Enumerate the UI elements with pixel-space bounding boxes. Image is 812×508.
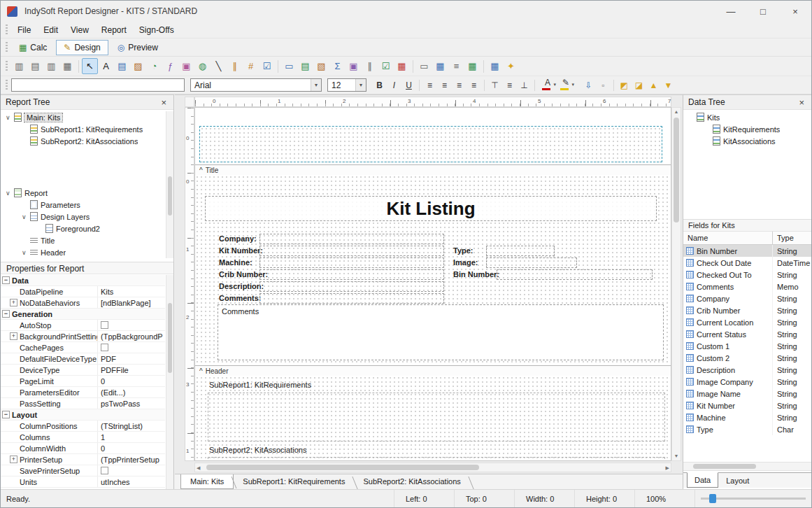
expander-icon[interactable]: [10, 355, 17, 362]
property-value[interactable]: 0: [97, 443, 165, 453]
tree-item[interactable]: ∨ Design Layers: [1, 211, 165, 223]
underline-button[interactable]: U: [401, 78, 416, 92]
valign-bottom-button[interactable]: ⊥: [517, 78, 532, 92]
expander-icon[interactable]: −: [2, 310, 10, 318]
tree-item[interactable]: Parameters: [1, 199, 165, 211]
property-value[interactable]: [97, 342, 165, 353]
expander-icon[interactable]: [10, 444, 17, 452]
field-table-row[interactable]: Current Location String: [683, 316, 811, 328]
expander-icon[interactable]: [10, 321, 17, 329]
menu-item-view[interactable]: View: [64, 22, 95, 38]
field-table-row[interactable]: Description String: [683, 364, 811, 376]
field-label[interactable]: Description:: [219, 282, 264, 290]
close-icon[interactable]: ×: [159, 97, 169, 108]
menu-item-file[interactable]: File: [11, 22, 37, 38]
property-value[interactable]: (TStringList): [97, 421, 165, 431]
field-value-box[interactable]: [486, 257, 577, 268]
tab-design[interactable]: ✎ Design: [56, 40, 108, 55]
highlight-color-button[interactable]: ✎ ▾: [557, 78, 574, 92]
dbtext-tool-icon[interactable]: ▭: [281, 58, 297, 74]
field-table-row[interactable]: Check Out Date DateTime: [683, 257, 811, 269]
dbbarcode-tool-icon[interactable]: ∥: [362, 58, 378, 74]
report-page-tab[interactable]: SubReport1: KitRequirements: [234, 474, 354, 489]
label-tool-icon[interactable]: A: [98, 58, 114, 74]
tree-item[interactable]: Foreground2: [1, 223, 165, 234]
tree-item[interactable]: ∨ Main: Kits: [1, 111, 165, 123]
dbmemo-tool-icon[interactable]: ▤: [297, 58, 313, 74]
table-grid-icon[interactable]: ▦: [487, 58, 503, 74]
align-center-button[interactable]: ≡: [437, 78, 452, 92]
bring-to-front-button[interactable]: ◩: [617, 78, 632, 92]
property-value[interactable]: PDFFile: [97, 365, 165, 375]
canvas-vertical-scrollbar[interactable]: ▲ ▼: [671, 107, 681, 461]
data-tree-item[interactable]: KitRequirements: [683, 123, 811, 135]
expander-icon[interactable]: +: [10, 456, 17, 463]
zoom-slider[interactable]: [695, 490, 811, 507]
report-page-tab[interactable]: Main: Kits: [180, 474, 234, 489]
band-outline-icon[interactable]: ▤: [27, 58, 43, 74]
property-value[interactable]: 0: [97, 376, 165, 386]
tree-item[interactable]: ∨ Header: [1, 246, 165, 258]
field-label[interactable]: Company:: [219, 234, 257, 243]
expander-icon[interactable]: [10, 377, 17, 385]
property-row[interactable]: ColumnWidth 0: [1, 443, 165, 454]
move-forward-button[interactable]: ▲: [646, 78, 661, 92]
property-value[interactable]: PDF: [97, 353, 165, 364]
expander-icon[interactable]: [10, 433, 17, 441]
barcode-tool-icon[interactable]: ∥: [227, 58, 243, 74]
property-value[interactable]: Kits: [97, 286, 165, 297]
data-panel-tab[interactable]: Layout: [718, 473, 757, 488]
minimize-button[interactable]: —: [715, 1, 747, 22]
property-value[interactable]: psTwoPass: [97, 398, 165, 409]
subreport1-label[interactable]: SubReport1: KitRequirements: [209, 381, 311, 389]
expander-icon[interactable]: +: [10, 332, 17, 340]
dbcheckbox-tool-icon[interactable]: ☑: [378, 58, 394, 74]
bold-button[interactable]: B: [372, 78, 387, 92]
anchor-button[interactable]: ⇩: [581, 78, 596, 92]
property-row[interactable]: PageLimit 0: [1, 376, 165, 387]
scroll-down-icon[interactable]: ▼: [672, 452, 681, 460]
dbrichtext-tool-icon[interactable]: ▧: [313, 58, 329, 74]
field-table-row[interactable]: Image Name String: [683, 388, 811, 400]
expander-icon[interactable]: [10, 344, 17, 351]
band-grid-icon[interactable]: ▦: [59, 58, 76, 74]
expander-icon[interactable]: −: [2, 276, 10, 284]
send-to-back-button[interactable]: ◪: [632, 78, 646, 92]
column-header-type[interactable]: Type: [773, 232, 811, 244]
field-label[interactable]: Comments:: [219, 294, 262, 302]
field-table-row[interactable]: Checked Out To String: [683, 269, 811, 281]
close-icon[interactable]: ×: [797, 97, 806, 108]
scroll-right-icon[interactable]: ▶: [666, 464, 669, 472]
report-page[interactable]: ^ Title Kit Listing Company: Kit Number:…: [194, 107, 671, 461]
property-value[interactable]: (TppPrinterSetup: [97, 454, 165, 465]
property-row[interactable]: Columns 1: [1, 432, 165, 443]
property-row[interactable]: − Layout: [1, 409, 165, 421]
property-row[interactable]: − Data: [1, 275, 165, 286]
menu-item-sign-offs[interactable]: Sign-Offs: [133, 22, 180, 38]
dbchart-tool-icon[interactable]: ▦: [394, 58, 410, 74]
subreport2-region[interactable]: [208, 457, 665, 461]
data-tree-item[interactable]: Kits: [683, 111, 811, 123]
property-row[interactable]: + PrinterSetup (TppPrinterSetup: [1, 454, 165, 465]
grid-snap-button[interactable]: ▫: [596, 78, 611, 92]
font-size-select[interactable]: 12 ▾: [327, 78, 366, 92]
object-name-input[interactable]: [11, 78, 185, 92]
property-value[interactable]: 1: [97, 432, 165, 442]
header-band[interactable]: SubReport1: KitRequirements SubReport2: …: [195, 376, 671, 460]
data-panel-tab[interactable]: Data: [687, 472, 718, 488]
italic-button[interactable]: I: [387, 78, 401, 92]
field-table-row[interactable]: Crib Number String: [683, 304, 811, 316]
title-band[interactable]: Kit Listing Company: Kit Number: Machine…: [195, 175, 671, 365]
barcode-2d-tool-icon[interactable]: #: [243, 58, 259, 74]
move-backward-button[interactable]: ▼: [661, 78, 676, 92]
expander-icon[interactable]: [10, 478, 17, 486]
report-page-tab[interactable]: SubReport2: KitAssociations: [354, 474, 469, 489]
expander-icon[interactable]: [10, 366, 17, 374]
image-tool-icon[interactable]: ▣: [178, 58, 194, 74]
property-value[interactable]: [97, 275, 165, 285]
expander-icon[interactable]: +: [10, 299, 17, 306]
column-header-name[interactable]: Name: [683, 232, 773, 244]
shape-tool-icon[interactable]: ◍: [194, 58, 211, 74]
field-table-row[interactable]: Comments Memo: [683, 281, 811, 292]
field-label[interactable]: Image:: [453, 258, 478, 267]
